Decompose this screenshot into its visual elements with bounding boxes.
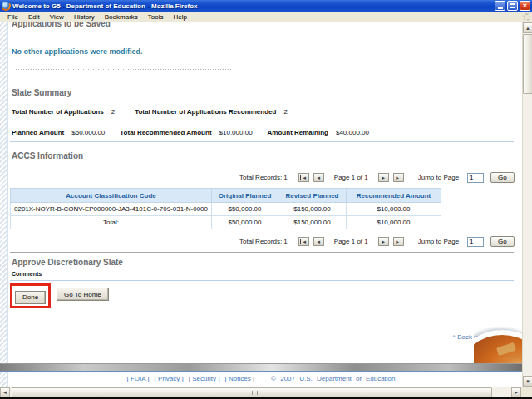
last-page-button[interactable]: ► bbox=[393, 237, 404, 246]
previous-page-icon: ◄ bbox=[316, 239, 321, 244]
first-page-button[interactable]: ◄ bbox=[298, 173, 309, 182]
close-button[interactable]: × bbox=[520, 1, 530, 11]
jump-to-page-label: Jump to Page bbox=[418, 238, 459, 245]
close-icon: × bbox=[523, 2, 527, 10]
scroll-up-button[interactable]: ▲ bbox=[523, 22, 532, 33]
footer-link-notices[interactable]: [ Notices ] bbox=[225, 375, 255, 382]
cell-total-label: Total: bbox=[11, 216, 212, 229]
vertical-scrollbar-thumb[interactable] bbox=[523, 34, 532, 94]
menu-tools[interactable]: Tools bbox=[143, 12, 169, 22]
total-apps-recommended-value: 2 bbox=[283, 108, 287, 116]
cell-recommended-amount: $10,000.00 bbox=[347, 203, 441, 216]
total-apps-value: 2 bbox=[111, 108, 115, 116]
first-page-button[interactable]: ◄ bbox=[298, 237, 309, 246]
previous-page-button[interactable]: ◄ bbox=[313, 237, 324, 246]
page-indicator: Page 1 of 1 bbox=[334, 174, 368, 181]
comments-label: Comments bbox=[12, 271, 42, 277]
menu-file[interactable]: File bbox=[2, 12, 23, 22]
firefox-icon bbox=[2, 2, 10, 10]
left-stripe-decoration bbox=[0, 22, 8, 387]
total-recommended-amount-value: $10,000.00 bbox=[219, 129, 253, 136]
red-highlight-annotation: Done bbox=[10, 283, 51, 308]
previous-page-button[interactable]: ◄ bbox=[313, 173, 324, 182]
footer-link-security[interactable]: [ Security ] bbox=[189, 375, 220, 382]
vertical-scrollbar[interactable]: ▲ ▼ bbox=[522, 22, 532, 387]
last-page-icon: ► bbox=[395, 239, 400, 244]
slate-summary-counts-row: Total Number of Applications 2 Total Num… bbox=[12, 108, 288, 116]
jump-to-page-label: Jump to Page bbox=[418, 174, 459, 181]
section-divider bbox=[10, 141, 514, 142]
total-apps-label: Total Number of Applications bbox=[12, 108, 104, 116]
accs-table-header-row: Account Classification Code Original Pla… bbox=[11, 189, 441, 203]
table-total-row: Total: $50,000.00 $150,000.00 $10,000.00 bbox=[11, 216, 441, 229]
header-account-classification-code[interactable]: Account Classification Code bbox=[11, 189, 212, 203]
cell-total-original: $50,000.00 bbox=[212, 216, 278, 229]
footer-link-privacy[interactable]: [ Privacy ] bbox=[155, 375, 184, 382]
window-controls: × bbox=[495, 1, 530, 11]
next-page-button[interactable]: ► bbox=[378, 173, 389, 182]
planned-amount-label: Planned Amount bbox=[12, 129, 64, 136]
applications-to-be-saved-heading: Applications to be Saved bbox=[12, 22, 111, 28]
scroll-left-icon: ◄ bbox=[2, 390, 7, 395]
pagination-top: Total Records: 1 ◄ ◄ Page 1 of 1 ► ► Jum… bbox=[239, 171, 515, 184]
browser-window: Welcome to G5 - Department of Education … bbox=[0, 0, 532, 399]
scroll-up-icon: ▲ bbox=[525, 26, 530, 31]
restore-icon bbox=[510, 3, 515, 8]
minimize-icon bbox=[498, 7, 503, 9]
no-modifications-notice: No other applications were modified. bbox=[12, 47, 143, 56]
header-original-planned[interactable]: Original Planned bbox=[212, 189, 278, 203]
page-indicator: Page 1 of 1 bbox=[334, 238, 368, 245]
menu-help[interactable]: Help bbox=[168, 12, 191, 22]
first-page-icon: ◄ bbox=[302, 175, 307, 180]
done-button[interactable]: Done bbox=[15, 291, 46, 304]
go-button-top[interactable]: Go bbox=[490, 172, 515, 183]
section-divider bbox=[10, 252, 514, 253]
jump-to-page-input[interactable] bbox=[467, 173, 484, 183]
throbber-icon bbox=[523, 13, 530, 21]
cell-total-revised: $150,000.00 bbox=[278, 216, 347, 229]
horizontal-scrollbar[interactable]: ◄ ► bbox=[0, 387, 521, 397]
previous-page-icon: ◄ bbox=[316, 175, 321, 180]
scroll-right-icon: ► bbox=[514, 390, 519, 395]
last-page-icon: ► bbox=[395, 175, 400, 180]
accs-information-heading: ACCS Information bbox=[12, 151, 83, 160]
amount-remaining-value: $40,000.00 bbox=[336, 129, 369, 136]
footer-gradient-bar bbox=[0, 363, 522, 372]
total-records-label: Total Records: 1 bbox=[239, 174, 288, 181]
accs-table: Account Classification Code Original Pla… bbox=[10, 188, 441, 229]
menubar: File Edit View History Bookmarks Tools H… bbox=[0, 12, 532, 22]
header-recommended-amount[interactable]: Recommended Amount bbox=[347, 189, 441, 203]
restore-button[interactable] bbox=[507, 1, 518, 11]
planned-amount-value: $50,000.00 bbox=[71, 129, 105, 136]
slate-summary-amounts-row: Planned Amount $50,000.00 Total Recommen… bbox=[12, 129, 369, 136]
footer: [ FOIA ] [ Privacy ] [ Security ] [ Noti… bbox=[0, 375, 522, 382]
scroll-down-button[interactable]: ▼ bbox=[523, 376, 532, 387]
next-page-icon: ► bbox=[381, 175, 386, 180]
total-apps-recommended-label: Total Number of Applications Recommended bbox=[135, 108, 276, 116]
cell-revised-planned: $150,000.00 bbox=[278, 203, 347, 216]
total-records-label: Total Records: 1 bbox=[239, 238, 288, 245]
jump-to-page-input[interactable] bbox=[467, 237, 484, 247]
page-content: Applications to be Saved No other applic… bbox=[0, 22, 522, 387]
window-titlebar[interactable]: Welcome to G5 - Department of Education … bbox=[0, 0, 532, 12]
go-to-home-button[interactable]: Go To Home bbox=[57, 288, 109, 301]
scroll-down-icon: ▼ bbox=[525, 379, 530, 384]
footer-link-foia[interactable]: [ FOIA ] bbox=[126, 375, 149, 382]
menu-bookmarks[interactable]: Bookmarks bbox=[100, 12, 143, 22]
scrollbar-corner bbox=[521, 387, 532, 397]
go-button-bottom[interactable]: Go bbox=[490, 236, 515, 247]
menu-edit[interactable]: Edit bbox=[23, 12, 45, 22]
last-page-button[interactable]: ► bbox=[393, 173, 404, 182]
approve-discretionary-slate-heading: Approve Discretionary Slate bbox=[12, 258, 123, 267]
cell-original-planned: $50,000.00 bbox=[212, 203, 278, 216]
menu-history[interactable]: History bbox=[69, 12, 100, 22]
window-title: Welcome to G5 - Department of Education … bbox=[12, 2, 492, 10]
table-row: 0201X-NOYR-B-CONV-EP000000-JA3-4101C-0-7… bbox=[11, 203, 441, 216]
header-revised-planned[interactable]: Revised Planned bbox=[278, 189, 347, 203]
next-page-button[interactable]: ► bbox=[378, 237, 389, 246]
dotted-divider bbox=[15, 68, 233, 71]
minimize-button[interactable] bbox=[495, 1, 505, 11]
first-page-icon: ◄ bbox=[302, 239, 307, 244]
pagination-bottom: Total Records: 1 ◄ ◄ Page 1 of 1 ► ► Jum… bbox=[239, 235, 515, 248]
menu-view[interactable]: View bbox=[45, 12, 69, 22]
